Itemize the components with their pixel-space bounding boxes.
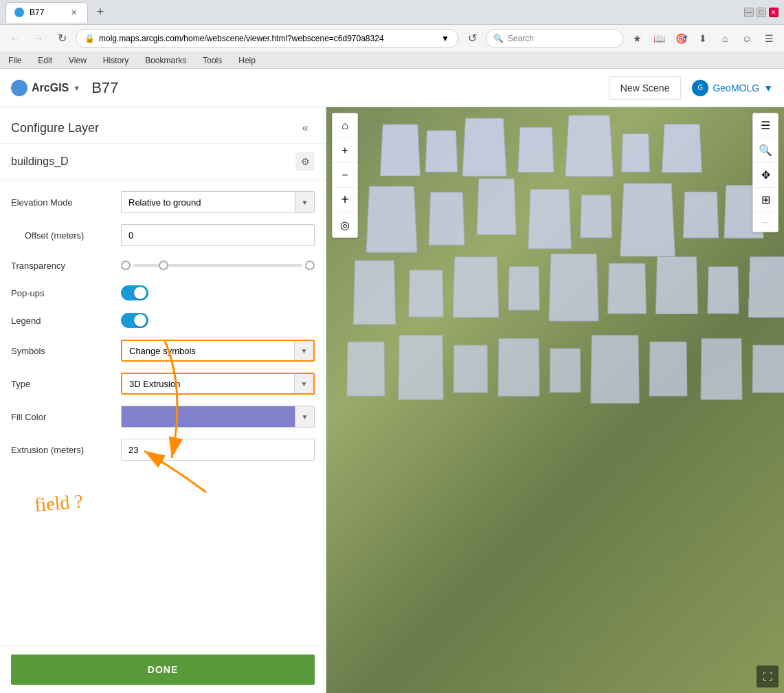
menu-edit[interactable]: Edit: [35, 54, 55, 67]
browser-search-bar[interactable]: 🔍: [486, 29, 623, 48]
menu-view[interactable]: View: [66, 54, 89, 67]
menu-help[interactable]: Help: [236, 54, 258, 67]
legend-toggle-knob: [134, 314, 146, 327]
search-tool-button[interactable]: 🔍: [753, 138, 778, 163]
more-tools-button[interactable]: ···: [753, 212, 778, 232]
menu-icon[interactable]: ☰: [759, 29, 779, 48]
reload-btn[interactable]: ↺: [462, 29, 482, 48]
building-12: [580, 195, 612, 238]
offset-row: Offset (meters) 0: [11, 219, 315, 252]
refresh-button[interactable]: ↻: [52, 29, 71, 48]
building-14: [683, 192, 719, 239]
back-button[interactable]: ←: [5, 29, 25, 48]
grid-tool-button[interactable]: ⊞: [753, 188, 778, 212]
fullscreen-button[interactable]: ⛶: [757, 666, 779, 688]
building-21: [607, 263, 647, 314]
transparency-row: Transparency: [11, 252, 315, 279]
extrusion-input[interactable]: [121, 439, 315, 461]
map-area: ⌂ + − + ◎ ☰ 🔍 ✥ ⊞ ··· ⛶: [326, 107, 784, 693]
move-tool-button[interactable]: ✥: [753, 163, 778, 188]
layer-settings-icon[interactable]: ⚙: [295, 152, 315, 171]
fill-color-control: ▼: [121, 406, 315, 428]
building-26: [398, 335, 443, 400]
collapse-panel-button[interactable]: «: [295, 118, 315, 138]
popups-toggle[interactable]: [121, 285, 148, 300]
new-scene-button[interactable]: New Scene: [609, 76, 682, 100]
minimize-button[interactable]: —: [744, 8, 754, 17]
transparency-track[interactable]: [133, 264, 302, 267]
symbols-label: Symbols: [11, 346, 121, 356]
smiley-icon[interactable]: ☺: [737, 29, 757, 48]
compass-button[interactable]: +: [333, 188, 357, 212]
symbols-dropdown[interactable]: Change symbols ▼: [121, 340, 315, 362]
offset-input[interactable]: 0: [121, 224, 315, 246]
legend-toggle[interactable]: [121, 313, 148, 328]
type-row: Type 3D Extrusion ▼: [11, 367, 315, 400]
type-label: Type: [11, 379, 121, 389]
reading-list-icon[interactable]: 📖: [649, 29, 669, 48]
layers-button[interactable]: ☰: [753, 113, 778, 138]
type-dropdown[interactable]: 3D Extrusion ▼: [121, 373, 315, 395]
symbols-value: Change symbols: [122, 346, 294, 356]
tab-close-btn[interactable]: ✕: [68, 7, 79, 18]
transparency-label: Transparency: [11, 261, 121, 271]
download-icon[interactable]: ⬇: [693, 29, 713, 48]
fill-color-row: Fill Color ▼: [11, 400, 315, 433]
panel-title: Configure Layer: [11, 121, 99, 135]
app-menu-bar: File Edit View History Bookmarks Tools H…: [0, 52, 784, 69]
legend-control: [121, 313, 315, 328]
building-16: [353, 261, 396, 325]
url-bar[interactable]: 🔒 molg.maps.arcgis.com/home/webscene/vie…: [76, 29, 458, 48]
tab-title: B77: [30, 8, 44, 17]
maximize-button[interactable]: □: [757, 8, 766, 17]
fill-color-picker[interactable]: ▼: [121, 406, 315, 428]
building-30: [590, 335, 640, 404]
browser-search-input[interactable]: [508, 34, 616, 43]
extrusion-control: [121, 439, 315, 461]
done-button[interactable]: DONE: [11, 654, 315, 685]
close-button[interactable]: ✕: [769, 8, 779, 17]
menu-tools[interactable]: Tools: [200, 54, 225, 67]
symbols-row: Symbols Change symbols ▼: [11, 334, 315, 367]
building-3: [462, 118, 506, 177]
home-icon[interactable]: ⌂: [715, 29, 735, 48]
building-19: [508, 266, 539, 310]
tab-bar: B77 ✕ +: [5, 2, 744, 23]
rotate-button[interactable]: ◎: [333, 212, 357, 237]
building-27: [453, 345, 489, 393]
elevation-mode-dropdown[interactable]: Relative to ground ▼: [121, 191, 315, 213]
url-dropdown-icon[interactable]: ▼: [441, 34, 449, 43]
popups-toggle-knob: [134, 287, 146, 299]
new-tab-button[interactable]: +: [91, 3, 110, 22]
menu-bookmarks[interactable]: Bookmarks: [142, 54, 189, 67]
handwriting-annotation: field ?: [34, 490, 84, 516]
menu-history[interactable]: History: [100, 54, 131, 67]
map-tools-right: ☰ 🔍 ✥ ⊞ ···: [752, 113, 779, 232]
active-tab[interactable]: B77 ✕: [5, 2, 88, 23]
building-13: [620, 183, 675, 256]
building-4: [517, 127, 554, 173]
fill-color-dropdown-arrow[interactable]: ▼: [295, 406, 314, 427]
done-section: DONE: [0, 646, 326, 693]
type-arrow: ▼: [294, 374, 313, 393]
home-button[interactable]: ⌂: [333, 113, 357, 138]
forward-button[interactable]: →: [29, 29, 48, 48]
map-tools-left: ⌂ + − + ◎: [332, 113, 358, 238]
bookmark-icon[interactable]: ★: [627, 29, 647, 48]
zoom-out-button[interactable]: −: [333, 163, 357, 188]
menu-file[interactable]: File: [5, 54, 24, 67]
arcgis-logo[interactable]: ArcGIS ▼: [11, 80, 80, 96]
user-menu[interactable]: G GeoMOLG ▼: [692, 80, 773, 96]
elevation-mode-control: Relative to ground ▼: [121, 191, 315, 213]
zoom-in-button[interactable]: +: [333, 138, 357, 163]
transparency-handle[interactable]: [159, 261, 168, 270]
search-icon: 🔍: [493, 34, 504, 43]
arcgis-dropdown-arrow[interactable]: ▼: [73, 84, 80, 92]
layer-tools: ☰ 🔍 ✥ ⊞ ···: [752, 113, 779, 232]
url-input[interactable]: molg.maps.arcgis.com/home/webscene/viewe…: [99, 34, 437, 43]
building-18: [453, 256, 500, 318]
pocket-icon[interactable]: 🎯: [671, 29, 691, 48]
building-32: [700, 338, 742, 400]
fill-color-swatch: [122, 406, 295, 427]
building-24: [748, 256, 784, 318]
